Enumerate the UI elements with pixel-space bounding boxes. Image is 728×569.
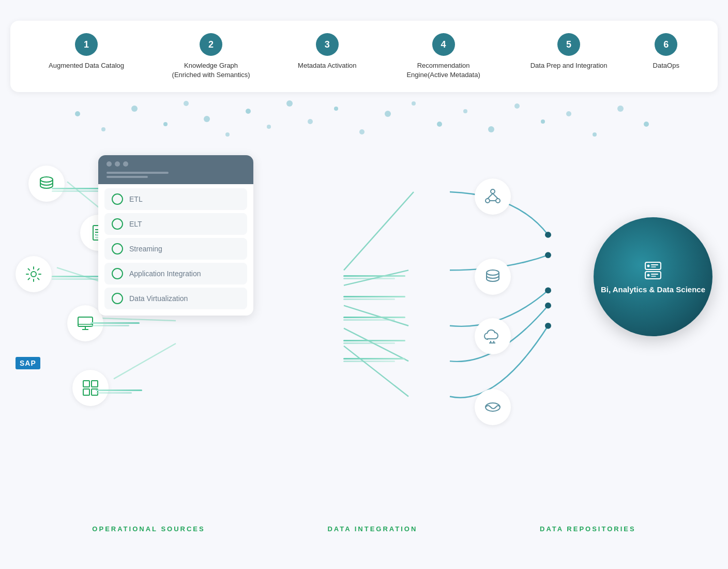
svg-point-56 (496, 199, 500, 203)
svg-point-1 (101, 127, 105, 131)
svg-point-7 (246, 109, 251, 114)
svg-point-20 (566, 111, 571, 116)
svg-point-67 (647, 264, 650, 267)
panel-lines (107, 172, 245, 178)
panel-line-2 (107, 176, 148, 178)
integration-panel: ETL ELT Streaming Application Integratio… (98, 155, 253, 316)
streaming-label: Streaming (129, 245, 162, 253)
step-label-3: Metadata Activation (298, 61, 356, 70)
connector-line-3b (52, 278, 101, 280)
step-circle-5: 5 (557, 33, 580, 56)
database-icon-2 (475, 259, 511, 295)
panel-header (98, 155, 253, 184)
app-integration-label: Application Integration (129, 269, 201, 278)
r-connector-2 (343, 296, 405, 297)
data-integration-label: DATA INTEGRATION (327, 525, 417, 533)
r-connector-3b (343, 319, 395, 321)
data-virt-circle (112, 293, 123, 304)
svg-line-33 (344, 346, 408, 397)
step-label-6: DataOps (653, 61, 679, 70)
etl-circle (112, 193, 123, 205)
svg-point-54 (491, 189, 495, 193)
app-integration-circle (112, 268, 123, 279)
svg-point-12 (359, 129, 365, 134)
step-circle-1: 1 (75, 33, 98, 56)
svg-line-29 (344, 192, 414, 270)
network-icon (475, 178, 511, 215)
wave-icon (475, 389, 511, 425)
step-label-4: Recommendation Engine(Active Metadata) (402, 61, 485, 80)
r-connector-4b (343, 342, 395, 344)
svg-point-19 (541, 119, 545, 124)
streaming-circle (112, 243, 123, 254)
svg-line-28 (114, 343, 176, 379)
svg-point-11 (334, 107, 338, 111)
r-connector-2b (343, 298, 395, 300)
svg-point-35 (545, 252, 551, 258)
svg-point-22 (617, 106, 624, 112)
svg-line-31 (344, 306, 408, 326)
panel-item-etl[interactable]: ETL (104, 188, 247, 210)
svg-point-36 (545, 288, 551, 294)
panel-item-data-virt[interactable]: Data Virtualization (104, 288, 247, 309)
panel-items-list: ETL ELT Streaming Application Integratio… (98, 184, 253, 316)
svg-point-39 (40, 177, 53, 182)
panel-item-elt[interactable]: ELT (104, 213, 247, 235)
svg-point-60 (487, 270, 499, 275)
svg-point-10 (308, 119, 313, 124)
step-5: 5 Data Prep and Integration (530, 33, 608, 70)
r-connector-5b (343, 361, 395, 362)
svg-point-34 (545, 232, 551, 238)
step-label-1: Augmented Data Catalog (49, 61, 124, 70)
svg-line-32 (344, 328, 408, 361)
elt-circle (112, 218, 123, 230)
r-connector-5 (343, 358, 405, 360)
svg-point-15 (437, 122, 442, 127)
r-connector-4 (343, 340, 405, 341)
bi-analytics-label: Bi, Analytics & Data Science (595, 284, 711, 296)
svg-point-23 (644, 122, 649, 127)
svg-point-16 (463, 109, 467, 113)
svg-point-8 (267, 125, 271, 129)
connector-line-5b (96, 392, 132, 394)
panel-window: ETL ELT Streaming Application Integratio… (98, 155, 253, 316)
svg-rect-51 (92, 381, 98, 387)
svg-rect-50 (83, 381, 89, 387)
svg-point-68 (647, 274, 650, 276)
svg-line-58 (493, 193, 498, 199)
svg-point-3 (163, 122, 168, 126)
panel-item-streaming[interactable]: Streaming (104, 238, 247, 260)
svg-point-2 (131, 106, 138, 112)
svg-point-9 (286, 100, 293, 107)
etl-label: ETL (129, 195, 143, 203)
sap-badge: SAP (16, 357, 40, 369)
bi-icon (640, 258, 666, 284)
grid-icon (72, 370, 109, 406)
panel-dot-3 (123, 161, 128, 167)
svg-point-64 (486, 403, 500, 411)
main-diagram: SAP (0, 103, 728, 538)
steps-bar: 1 Augmented Data Catalog 2 Knowledge Gra… (10, 21, 718, 92)
svg-point-5 (204, 116, 210, 122)
step-label-2: Knowledge Graph (Enriched with Semantics… (170, 61, 252, 80)
svg-point-38 (545, 323, 551, 329)
decorative-dots (0, 93, 728, 155)
svg-point-6 (225, 132, 230, 137)
step-circle-3: 3 (316, 33, 339, 56)
svg-rect-52 (83, 389, 89, 395)
step-label-5: Data Prep and Integration (530, 61, 608, 70)
svg-point-18 (514, 103, 520, 109)
svg-point-45 (31, 272, 36, 277)
step-2: 2 Knowledge Graph (Enriched with Semanti… (170, 33, 252, 80)
svg-point-21 (593, 132, 597, 137)
panel-line-1 (107, 172, 169, 174)
panel-item-app-integration[interactable]: Application Integration (104, 263, 247, 284)
settings-icon (16, 256, 52, 292)
r-connector-1 (343, 275, 405, 277)
database-icon-1 (28, 166, 65, 202)
panel-dot-1 (107, 161, 112, 167)
step-4: 4 Recommendation Engine(Active Metadata) (402, 33, 485, 80)
svg-point-37 (545, 303, 551, 309)
connector-line-1b (52, 190, 98, 192)
elt-label: ELT (129, 220, 142, 228)
